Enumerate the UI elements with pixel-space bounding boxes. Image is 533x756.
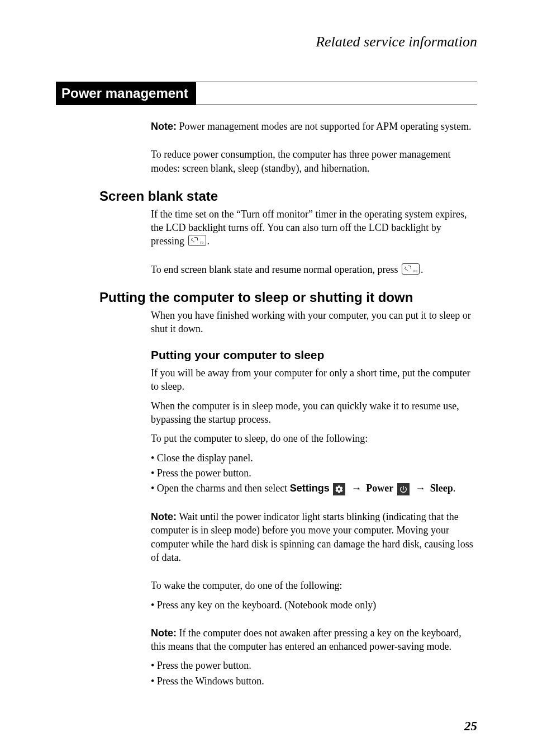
- heading-putting-to-sleep: Putting your computer to sleep: [151, 347, 477, 363]
- heading-screen-blank-state: Screen blank state: [99, 188, 477, 204]
- list-item: Press the power button.: [151, 466, 477, 480]
- list-item: Close the display panel.: [151, 451, 477, 465]
- text-part: Open the charms and then select: [157, 483, 290, 494]
- text-part: To end screen blank state and resume nor…: [151, 264, 401, 275]
- intro-paragraph: To reduce power consumption, the compute…: [151, 148, 477, 175]
- text-part: .: [421, 264, 423, 275]
- text-part: .: [207, 235, 210, 247]
- running-header: Related service information: [56, 34, 477, 50]
- put-sleep-paragraph-2: When the computer is in sleep mode, you …: [151, 399, 477, 427]
- backlight-key-icon: F9: [188, 235, 206, 246]
- note-label: Note:: [151, 627, 177, 639]
- note-text: Wait until the power indicator light sta…: [151, 511, 473, 563]
- power-icon: [397, 483, 410, 495]
- note-text: If the computer does not awaken after pr…: [151, 627, 461, 652]
- note-move-computer: Note: Wait until the power indicator lig…: [151, 510, 477, 564]
- note-apm: Note: Power management modes are not sup…: [151, 120, 477, 133]
- put-sleep-paragraph-3: To put the computer to sleep, do one of …: [151, 432, 477, 445]
- list-item: Press the Windows button.: [151, 674, 477, 688]
- sleep-options-list: Close the display panel. Press the power…: [151, 451, 477, 496]
- settings-gear-icon: [333, 483, 345, 495]
- list-item: Press any key on the keyboard. (Notebook…: [151, 598, 477, 612]
- backlight-key-icon: F9: [402, 263, 420, 275]
- label-sleep: Sleep: [430, 483, 453, 494]
- note-label: Note:: [151, 121, 177, 132]
- list-item: Press the power button.: [151, 659, 477, 672]
- section-header-rule: Power management: [56, 82, 477, 105]
- note-label: Note:: [151, 511, 177, 522]
- wake-options-list-1: Press any key on the keyboard. (Notebook…: [151, 598, 477, 612]
- screen-blank-paragraph-1: If the time set on the “Turn off monitor…: [151, 207, 477, 248]
- label-settings: Settings: [290, 483, 330, 494]
- page-number: 25: [464, 719, 477, 734]
- wake-options-list-2: Press the power button. Press the Window…: [151, 659, 477, 688]
- put-sleep-paragraph-1: If you will be away from your computer f…: [151, 366, 477, 394]
- note-enhanced-power-saving: Note: If the computer does not awaken af…: [151, 626, 477, 654]
- screen-blank-paragraph-2: To end screen blank state and resume nor…: [151, 263, 477, 276]
- note-text: Power management modes are not supported…: [177, 121, 471, 132]
- heading-sleep-or-shutdown: Putting the computer to sleep or shuttin…: [99, 290, 477, 305]
- arrow-icon: →: [415, 483, 425, 494]
- wake-paragraph: To wake the computer, do one of the foll…: [151, 579, 477, 592]
- list-item-charms: Open the charms and then select Settings…: [151, 481, 477, 495]
- label-power: Power: [366, 483, 393, 494]
- sleep-shut-intro: When you have finished working with your…: [151, 309, 477, 336]
- section-title: Power management: [56, 82, 196, 105]
- arrow-icon: →: [351, 483, 361, 494]
